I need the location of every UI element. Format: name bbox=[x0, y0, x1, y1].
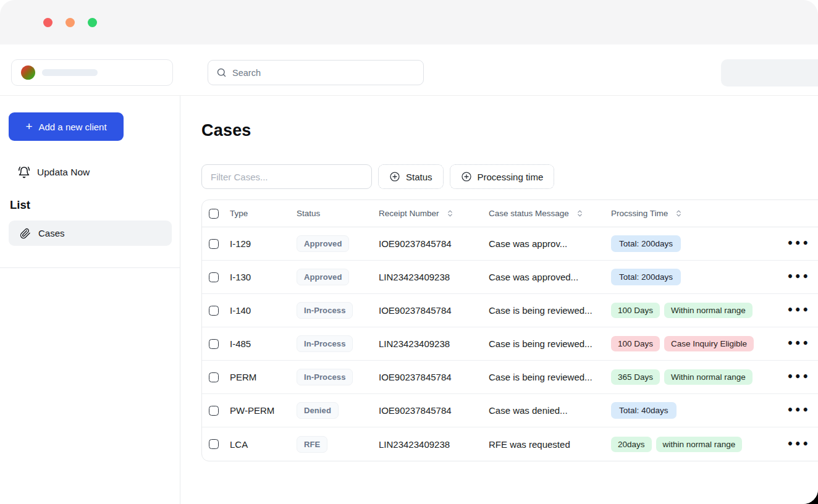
add-new-client-label: Add a new client bbox=[39, 122, 107, 132]
row-checkbox[interactable] bbox=[209, 306, 219, 316]
status-badge: Approved bbox=[297, 269, 349, 285]
row-checkbox[interactable] bbox=[209, 372, 219, 382]
search-input[interactable] bbox=[232, 68, 399, 78]
sort-icon[interactable] bbox=[576, 209, 584, 217]
update-now-button[interactable]: Updata Now bbox=[18, 166, 90, 178]
main-content: Cases Status bbox=[180, 96, 818, 504]
table-row: PERM In-Process IOE90237845784 Case is b… bbox=[202, 361, 818, 394]
case-type: I-485 bbox=[225, 338, 292, 349]
column-header-receipt-number[interactable]: Receipt Number bbox=[374, 209, 484, 218]
processing-days-badge: 100 Days bbox=[611, 303, 660, 318]
page-title: Cases bbox=[201, 121, 251, 140]
case-type: I-129 bbox=[225, 238, 292, 249]
filter-cases-input[interactable] bbox=[201, 164, 372, 189]
sidebar-item-cases-label: Cases bbox=[38, 228, 65, 238]
window-titlebar bbox=[0, 0, 818, 44]
plus-icon: + bbox=[25, 120, 32, 132]
status-badge: RFE bbox=[297, 436, 327, 453]
row-actions-button[interactable]: ••• bbox=[783, 301, 813, 319]
header-account-placeholder bbox=[721, 59, 818, 86]
cases-table: Type Status Receipt Number Case status M… bbox=[201, 200, 818, 461]
column-header-status[interactable]: Status bbox=[292, 209, 374, 218]
row-actions-button[interactable]: ••• bbox=[783, 401, 813, 419]
receipt-number: LIN23423409238 bbox=[374, 338, 484, 349]
select-all-checkbox[interactable] bbox=[209, 209, 219, 219]
status-badge: Denied bbox=[297, 402, 339, 419]
global-search bbox=[208, 60, 424, 85]
case-status-message: Case is being reviewed... bbox=[484, 305, 606, 316]
table-row: I-140 In-Process IOE90237845784 Case is … bbox=[202, 294, 818, 327]
maximize-window-icon[interactable] bbox=[88, 18, 97, 27]
processing-time-badge: Total: 40days bbox=[611, 402, 677, 419]
app-header bbox=[0, 44, 818, 96]
case-status-message: Case was approved... bbox=[484, 272, 606, 282]
search-icon bbox=[216, 67, 227, 78]
logo[interactable] bbox=[11, 59, 173, 86]
processing-days-badge: 100 Days bbox=[611, 336, 660, 351]
processing-time-filter-label: Processing time bbox=[478, 172, 544, 182]
add-new-client-button[interactable]: + Add a new client bbox=[9, 112, 124, 141]
processing-time-badge: Total: 200days bbox=[611, 235, 681, 252]
circle-plus-icon bbox=[389, 171, 400, 182]
window-controls bbox=[43, 18, 97, 27]
column-header-case-status-message[interactable]: Case status Message bbox=[484, 209, 606, 218]
receipt-number: IOE90237845784 bbox=[374, 305, 484, 316]
processing-days-badge: 365 Days bbox=[611, 369, 660, 385]
filter-toolbar: Status Processing time bbox=[201, 164, 554, 189]
row-actions-button[interactable]: ••• bbox=[783, 335, 813, 353]
column-header-type[interactable]: Type bbox=[225, 209, 292, 218]
status-badge: In-Process bbox=[297, 335, 353, 352]
column-header-processing-time[interactable]: Procssing Time bbox=[606, 209, 759, 218]
case-status-message: Case is being reviewed... bbox=[484, 372, 606, 382]
case-type: PERM bbox=[225, 372, 292, 382]
logo-mark-icon bbox=[21, 65, 35, 80]
logo-text-placeholder bbox=[42, 69, 98, 76]
row-actions-button[interactable]: ••• bbox=[783, 235, 813, 253]
row-checkbox[interactable] bbox=[209, 239, 219, 249]
paperclip-icon bbox=[20, 228, 31, 239]
row-actions-button[interactable]: ••• bbox=[783, 368, 813, 386]
close-window-icon[interactable] bbox=[43, 18, 53, 27]
case-type: LCA bbox=[225, 439, 292, 450]
table-row: I-485 In-Process LIN23423409238 Case is … bbox=[202, 327, 818, 361]
status-filter-label: Status bbox=[406, 172, 432, 182]
status-badge: Approved bbox=[297, 235, 349, 252]
case-type: I-140 bbox=[225, 305, 292, 316]
processing-days-badge: 20days bbox=[611, 437, 652, 452]
case-type: I-130 bbox=[225, 272, 292, 282]
table-header-row: Type Status Receipt Number Case status M… bbox=[202, 200, 818, 227]
sidebar: + Add a new client Updata Now List bbox=[0, 96, 180, 504]
receipt-number: IOE90237845784 bbox=[374, 238, 484, 249]
processing-range-badge: within normal range bbox=[656, 437, 743, 452]
row-actions-button[interactable]: ••• bbox=[783, 268, 813, 286]
receipt-number: IOE90237845784 bbox=[374, 372, 484, 382]
receipt-number: LIN23423409238 bbox=[374, 272, 484, 282]
receipt-number: IOE90237845784 bbox=[374, 405, 484, 416]
bell-icon bbox=[18, 166, 30, 178]
row-checkbox[interactable] bbox=[209, 439, 219, 449]
processing-range-badge: Case Inquiry Eligible bbox=[664, 336, 754, 351]
status-badge: In-Process bbox=[297, 302, 353, 319]
case-status-message: Case is being reviewed... bbox=[484, 338, 606, 349]
minimize-window-icon[interactable] bbox=[65, 18, 75, 27]
row-checkbox[interactable] bbox=[209, 406, 219, 416]
sort-icon[interactable] bbox=[675, 209, 683, 217]
processing-range-badge: Within normal range bbox=[664, 303, 753, 318]
table-row: LCA RFE LIN23423409238 RFE was requested… bbox=[202, 427, 818, 461]
table-row: I-129 Approved IOE90237845784 Case was a… bbox=[202, 227, 818, 261]
sort-icon[interactable] bbox=[446, 209, 454, 217]
receipt-number: LIN23423409238 bbox=[374, 439, 484, 450]
row-checkbox[interactable] bbox=[209, 339, 219, 349]
status-filter-button[interactable]: Status bbox=[378, 164, 444, 189]
circle-plus-icon bbox=[461, 171, 472, 182]
sidebar-item-cases[interactable]: Cases bbox=[9, 220, 172, 246]
processing-time-badge: Total: 200days bbox=[611, 269, 681, 285]
processing-time-filter-button[interactable]: Processing time bbox=[450, 164, 555, 189]
status-badge: In-Process bbox=[297, 369, 353, 385]
row-actions-button[interactable]: ••• bbox=[783, 435, 813, 453]
row-checkbox[interactable] bbox=[209, 272, 219, 282]
case-type: PW-PERM bbox=[225, 405, 292, 416]
table-row: PW-PERM Denied IOE90237845784 Case was d… bbox=[202, 394, 818, 427]
case-status-message: Case was denied... bbox=[484, 405, 606, 416]
table-row: I-130 Approved LIN23423409238 Case was a… bbox=[202, 261, 818, 294]
